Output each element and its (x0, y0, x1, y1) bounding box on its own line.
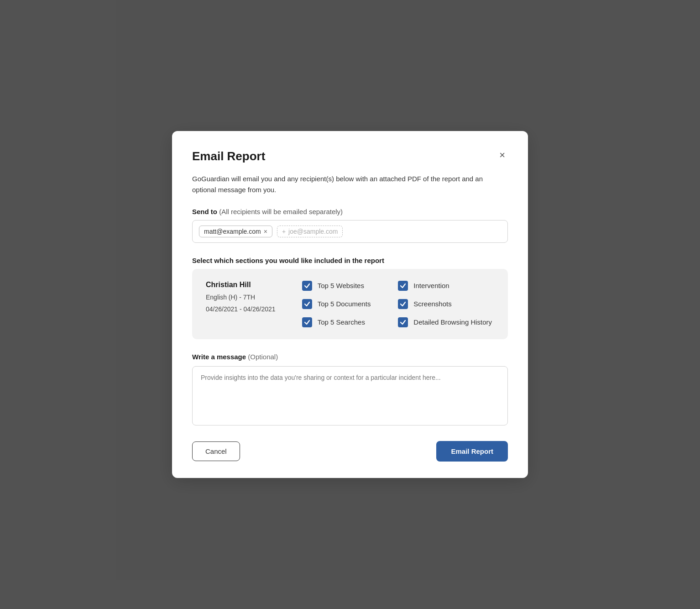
add-recipient-placeholder[interactable]: + joe@sample.com (277, 226, 343, 237)
checkbox-label-top5-searches: Top 5 Searches (318, 318, 365, 326)
checkbox-label-screenshots: Screenshots (413, 300, 451, 308)
message-label: Write a message (Optional) (192, 353, 508, 361)
checkbox-icon-top5-documents (302, 299, 312, 309)
sections-panel: Christian Hill English (H) - 7TH 04/26/2… (192, 269, 508, 339)
student-class: English (H) - 7TH (206, 294, 302, 301)
send-to-label: Send to (All recipients will be emailed … (192, 208, 508, 215)
checkbox-label-intervention: Intervention (413, 282, 449, 289)
checkbox-top5-websites[interactable]: Top 5 Websites (302, 281, 398, 291)
recipient-email: matt@example.com (204, 228, 261, 235)
checkbox-top5-searches[interactable]: Top 5 Searches (302, 317, 398, 327)
checkbox-label-top5-documents: Top 5 Documents (318, 300, 371, 308)
checkbox-detailed-browsing[interactable]: Detailed Browsing History (398, 317, 494, 327)
remove-recipient-icon[interactable]: × (264, 228, 267, 235)
recipients-input-box[interactable]: matt@example.com × + joe@sample.com (192, 220, 508, 243)
email-report-modal: Email Report × GoGuardian will email you… (172, 131, 528, 478)
checkboxes-col-1: Top 5 Websites Top 5 Documents (302, 281, 398, 327)
email-report-button[interactable]: Email Report (436, 441, 508, 462)
message-textarea[interactable] (192, 366, 508, 425)
checkbox-icon-detailed-browsing (398, 317, 408, 327)
checkbox-top5-documents[interactable]: Top 5 Documents (302, 299, 398, 309)
close-button[interactable]: × (496, 149, 508, 161)
plus-icon: + (282, 228, 286, 235)
sections-select-label: Select which sections you would like inc… (192, 257, 508, 264)
checkbox-label-top5-websites: Top 5 Websites (318, 282, 364, 289)
recipient-tag[interactable]: matt@example.com × (199, 226, 272, 237)
checkbox-screenshots[interactable]: Screenshots (398, 299, 494, 309)
checkbox-label-detailed-browsing: Detailed Browsing History (413, 318, 492, 326)
recipient-placeholder-text: joe@sample.com (288, 228, 338, 235)
student-name: Christian Hill (206, 281, 302, 289)
modal-title: Email Report (192, 149, 265, 163)
checkbox-intervention[interactable]: Intervention (398, 281, 494, 291)
cancel-button[interactable]: Cancel (192, 441, 240, 461)
modal-footer: Cancel Email Report (192, 441, 508, 462)
modal-header: Email Report × (192, 149, 508, 163)
modal-description: GoGuardian will email you and any recipi… (192, 173, 508, 195)
student-info: Christian Hill English (H) - 7TH 04/26/2… (206, 281, 302, 327)
checkboxes-col-2: Intervention Screenshots (398, 281, 494, 327)
checkbox-icon-top5-websites (302, 281, 312, 291)
sections-grid: Christian Hill English (H) - 7TH 04/26/2… (206, 281, 494, 327)
checkbox-icon-top5-searches (302, 317, 312, 327)
checkbox-icon-screenshots (398, 299, 408, 309)
modal-overlay: Email Report × GoGuardian will email you… (0, 0, 700, 609)
student-dates: 04/26/2021 - 04/26/2021 (206, 305, 302, 313)
checkbox-icon-intervention (398, 281, 408, 291)
